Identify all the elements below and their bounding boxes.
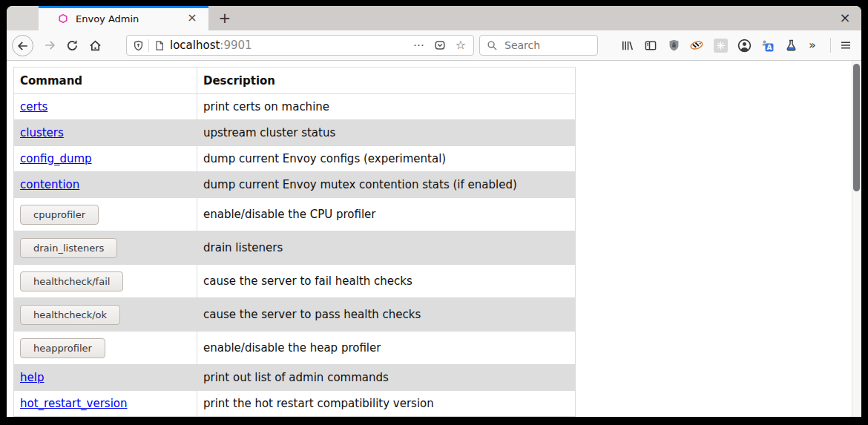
- tab-title: Envoy Admin: [76, 8, 139, 30]
- table-row: clusters upstream cluster status: [14, 120, 576, 146]
- search-input[interactable]: [503, 39, 588, 52]
- tab-envoy-admin[interactable]: Envoy Admin ×: [39, 6, 208, 30]
- tab-close-icon[interactable]: ×: [183, 9, 201, 28]
- button-healthcheck-fail[interactable]: healthcheck/fail: [20, 271, 123, 291]
- back-icon: [17, 40, 29, 52]
- url-bar[interactable]: localhost:9901 ⋯ ☆: [126, 35, 474, 56]
- back-button[interactable]: [12, 35, 33, 56]
- table-row: heapprofiler enable/disable the heap pro…: [14, 332, 576, 365]
- table-header-row: Command Description: [14, 67, 576, 94]
- admin-commands-table: Command Description certs print certs on…: [13, 67, 576, 417]
- description-cell: dump current Envoy configs (experimental…: [197, 146, 576, 172]
- scrollbar-thumb[interactable]: [853, 64, 860, 191]
- button-heapprofiler[interactable]: heapprofiler: [20, 338, 105, 358]
- page-viewport: Command Description certs print certs on…: [7, 61, 861, 417]
- overflow-glyph: »: [809, 39, 816, 52]
- translate-icon[interactable]: A: [760, 38, 775, 53]
- column-header-command: Command: [14, 67, 197, 94]
- library-icon[interactable]: [619, 38, 634, 53]
- menu-icon[interactable]: [838, 38, 853, 53]
- browser-window: Envoy Admin × + ×: [7, 6, 861, 417]
- home-icon: [89, 39, 102, 52]
- navigation-toolbar: localhost:9901 ⋯ ☆: [7, 30, 861, 61]
- titlebar-corner: [7, 6, 39, 30]
- privacy-badger-icon[interactable]: [689, 38, 704, 53]
- link-help[interactable]: help: [20, 371, 44, 384]
- shield-lock-icon[interactable]: [666, 38, 681, 53]
- table-row: help print out list of admin commands: [14, 365, 576, 391]
- button-cpuprofiler[interactable]: cpuprofiler: [20, 205, 99, 225]
- button-drain-listeners[interactable]: drain_listeners: [20, 238, 117, 258]
- sidebar-icon[interactable]: [643, 38, 658, 53]
- description-cell: dump current Envoy mutex contention stat…: [197, 172, 576, 198]
- svg-text:A: A: [767, 44, 772, 51]
- toolbar-divider: [830, 38, 831, 53]
- table-row: healthcheck/ok cause the server to pass …: [14, 298, 576, 332]
- tab-bar: Envoy Admin × + ×: [7, 6, 861, 30]
- url-host: localhost: [170, 39, 220, 52]
- description-cell: cause the server to fail health checks: [197, 265, 576, 298]
- description-cell: print certs on machine: [197, 94, 576, 120]
- table-row: cpuprofiler enable/disable the CPU profi…: [14, 198, 576, 231]
- snowflake-extension-icon[interactable]: [713, 38, 728, 53]
- table-row: config_dump dump current Envoy configs (…: [14, 146, 576, 172]
- reload-button[interactable]: [65, 38, 79, 53]
- overflow-chevrons-icon[interactable]: »: [805, 38, 820, 53]
- url-port: :9901: [220, 39, 251, 52]
- description-cell: enable/disable the CPU profiler: [197, 198, 576, 231]
- link-config-dump[interactable]: config_dump: [20, 152, 92, 165]
- page-actions-icon[interactable]: ⋯: [413, 42, 424, 49]
- description-cell: print out list of admin commands: [197, 365, 576, 391]
- table-row: hot_restart_version print the hot restar…: [14, 391, 576, 417]
- link-certs[interactable]: certs: [20, 100, 47, 113]
- window-close-button[interactable]: ×: [835, 7, 855, 28]
- table-row: healthcheck/fail cause the server to fai…: [14, 265, 576, 298]
- search-bar[interactable]: [479, 35, 598, 56]
- link-contention[interactable]: contention: [20, 178, 79, 191]
- urlbar-divider: [148, 39, 149, 52]
- search-icon: [487, 40, 498, 51]
- home-button[interactable]: [88, 38, 102, 53]
- flask-icon[interactable]: [783, 38, 798, 53]
- description-cell: upstream cluster status: [197, 120, 576, 146]
- table-row: certs print certs on machine: [14, 94, 576, 120]
- pocket-icon[interactable]: [434, 39, 446, 51]
- description-cell: print the hot restart compatibility vers…: [197, 391, 576, 417]
- bookmark-star-icon[interactable]: ☆: [456, 39, 466, 51]
- forward-button[interactable]: [42, 38, 57, 53]
- description-cell: cause the server to pass health checks: [197, 298, 576, 332]
- forward-icon: [44, 39, 56, 51]
- reload-icon: [66, 39, 79, 52]
- screen: { "browser": { "tab": { "title": "Envoy …: [0, 0, 868, 425]
- description-cell: enable/disable the heap profiler: [197, 332, 576, 365]
- description-cell: drain listeners: [197, 231, 576, 265]
- column-header-description: Description: [197, 67, 576, 94]
- link-clusters[interactable]: clusters: [20, 126, 64, 139]
- link-hot-restart-version[interactable]: hot_restart_version: [20, 397, 128, 410]
- table-row: drain_listeners drain listeners: [14, 231, 576, 265]
- table-row: contention dump current Envoy mutex cont…: [14, 172, 576, 198]
- new-tab-button[interactable]: +: [215, 9, 234, 28]
- scrollbar[interactable]: [852, 61, 861, 417]
- account-icon[interactable]: [737, 38, 752, 53]
- tracking-shield-icon[interactable]: [133, 40, 144, 51]
- button-healthcheck-ok[interactable]: healthcheck/ok: [20, 305, 120, 325]
- snowflake-box: [714, 39, 728, 53]
- envoy-hexagon-icon: [58, 13, 68, 24]
- page-icon[interactable]: [154, 40, 165, 51]
